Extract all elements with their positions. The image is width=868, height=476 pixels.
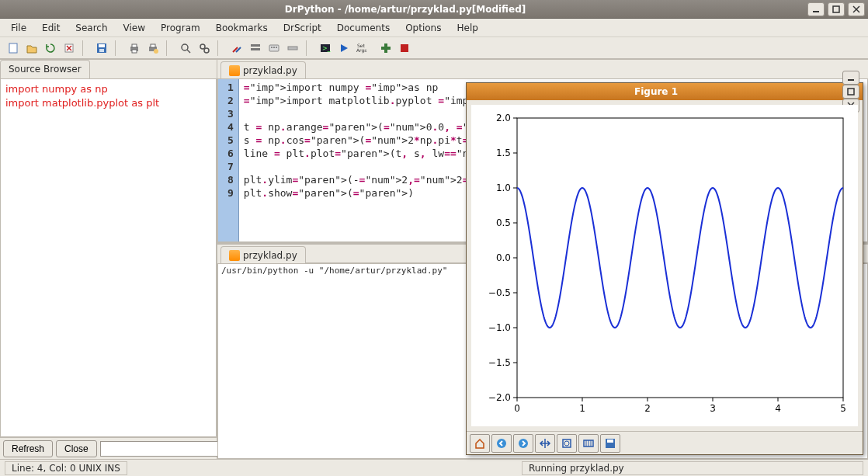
preferences-icon[interactable] [228,40,245,57]
shortcuts-icon[interactable] [266,40,283,57]
window-titlebar: DrPython - /home/artur/przyklad.py[Modif… [0,0,868,19]
reload-icon[interactable] [42,40,59,57]
run-icon[interactable] [335,40,352,57]
svg-text:Args: Args [356,47,366,54]
menu-file[interactable]: File [3,20,34,36]
svg-text:0.0: 0.0 [496,252,511,263]
line-number-gutter: 123456789 [218,79,239,241]
menu-drscript[interactable]: DrScript [276,20,329,36]
figure-titlebar[interactable]: Figure 1 [467,83,863,100]
set-args-icon[interactable]: SetArgs [354,40,376,57]
svg-text:−0.5: −0.5 [488,287,511,298]
svg-text:3: 3 [710,403,716,414]
figure-window[interactable]: Figure 1 −2.0−1.5−1.0−0.50.00.51.01.52.0… [466,82,863,455]
menu-edit[interactable]: Edit [34,20,68,36]
figure-title: Figure 1 [470,86,842,97]
svg-rect-24 [251,48,260,50]
svg-rect-1 [833,6,839,12]
source-browser-tab[interactable]: Source Browser [0,60,90,78]
maximize-button[interactable] [828,2,845,16]
figure-minimize-button[interactable] [842,71,859,85]
pan-icon[interactable] [535,434,555,453]
minimize-button[interactable] [807,2,825,16]
svg-text:4: 4 [775,403,781,414]
save-figure-icon[interactable] [600,434,620,453]
replace-icon[interactable] [196,40,213,57]
svg-rect-34 [401,44,408,52]
menu-search[interactable]: Search [68,20,115,36]
source-browser-content: import numpy as np import matplotlib.pyp… [0,78,217,437]
statusbar: Line: 4, Col: 0 UNIX INS Running przykla… [0,459,868,476]
console-tab[interactable]: przyklad.py [220,246,306,263]
refresh-button[interactable]: Refresh [3,440,53,457]
plot-canvas: −2.0−1.5−1.0−0.50.00.51.01.52.0012345 [471,105,858,426]
svg-text:−2.0: −2.0 [488,392,511,403]
open-file-icon[interactable] [23,40,40,57]
svg-text:0: 0 [514,403,520,414]
svg-text:>_: >_ [322,45,332,52]
menu-options[interactable]: Options [398,20,449,36]
stop-icon[interactable] [396,40,413,57]
status-running: Running przyklad.py [522,461,863,475]
svg-text:2.0: 2.0 [496,113,511,123]
svg-rect-23 [251,44,260,47]
svg-rect-79 [607,440,613,443]
source-browser-item[interactable]: import numpy as np [5,82,211,96]
svg-rect-28 [276,47,277,48]
python-icon[interactable] [377,40,394,57]
menu-view[interactable]: View [116,20,153,36]
toolbar-config-icon[interactable] [284,40,301,57]
svg-rect-27 [273,47,275,48]
customize-icon[interactable] [247,40,264,57]
svg-point-73 [564,441,569,446]
close-file-icon[interactable] [61,40,78,57]
svg-point-16 [154,49,158,54]
modified-file-icon [229,65,240,76]
find-icon[interactable] [177,40,194,57]
forward-icon[interactable] [513,434,533,453]
svg-point-70 [497,439,506,448]
svg-rect-36 [848,89,854,95]
zoom-icon[interactable] [557,434,577,453]
source-browser-item[interactable]: import matplotlib.pyplot as plt [5,96,211,110]
svg-rect-15 [151,44,155,47]
prompt-icon[interactable]: >_ [317,40,334,57]
home-icon[interactable] [470,434,490,453]
print-prompt-icon[interactable] [144,40,161,57]
svg-text:2: 2 [644,403,651,414]
svg-text:1.5: 1.5 [496,148,511,158]
configure-icon[interactable] [578,434,599,453]
close-button[interactable]: Close [56,440,97,457]
back-icon[interactable] [491,434,512,453]
close-button[interactable] [848,2,865,16]
menu-bookmarks[interactable]: Bookmarks [208,20,276,36]
svg-point-20 [204,48,209,53]
svg-text:−1.0: −1.0 [488,322,511,333]
svg-text:5: 5 [840,403,846,414]
svg-point-17 [182,44,188,50]
menu-documents[interactable]: Documents [329,20,398,36]
editor-tab[interactable]: przyklad.py [220,61,306,78]
menu-help[interactable]: Help [449,20,485,36]
svg-rect-9 [99,44,105,47]
new-file-icon[interactable] [5,40,22,57]
file-icon [229,250,240,261]
toolbar: >_ SetArgs [0,37,868,59]
print-icon[interactable] [126,40,143,57]
console-tab-label: przyklad.py [243,250,297,261]
svg-rect-13 [132,50,137,53]
figure-toolbar [467,431,863,454]
svg-rect-10 [99,49,104,52]
svg-text:1.0: 1.0 [496,182,511,193]
figure-maximize-button[interactable] [842,85,859,99]
svg-text:−1.5: −1.5 [488,357,511,368]
menu-program[interactable]: Program [153,20,208,36]
svg-text:0.5: 0.5 [496,217,511,228]
save-icon[interactable] [93,40,110,57]
svg-rect-12 [132,44,137,47]
svg-line-18 [187,50,190,53]
svg-point-19 [200,44,205,49]
menubar: File Edit Search View Program Bookmarks … [0,19,868,37]
status-cursor: Line: 4, Col: 0 UNIX INS [5,461,127,475]
svg-rect-4 [9,43,17,53]
